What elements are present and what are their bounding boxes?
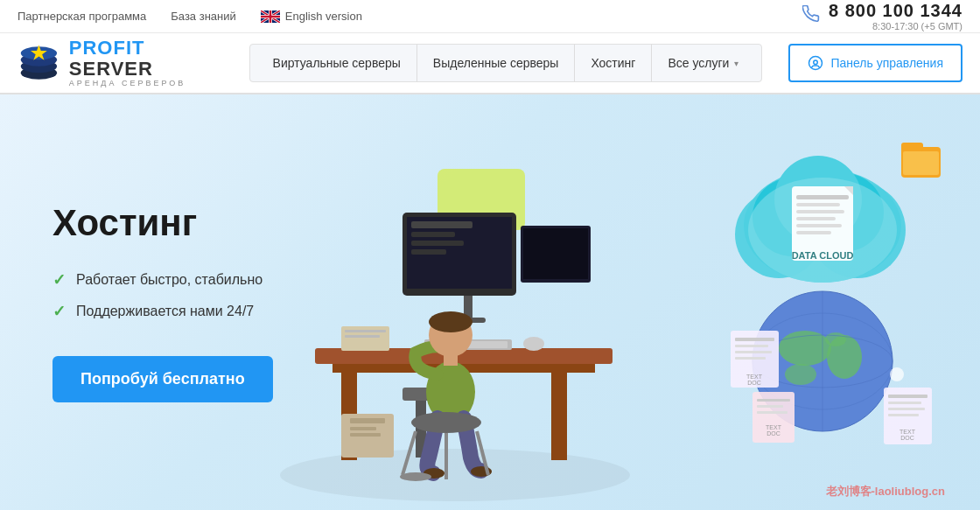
partner-link[interactable]: Партнерская программа (18, 10, 146, 23)
top-bar: Партнерская программа База знаний Englis… (0, 0, 980, 33)
hero-cta-button[interactable]: Попробуй бесплатно (52, 356, 273, 402)
hero-content: Хостинг ✓ Работает быстро, стабильно ✓ П… (52, 202, 332, 402)
svg-rect-85 (888, 402, 921, 404)
logo-icon (18, 40, 60, 86)
svg-rect-15 (411, 232, 455, 237)
svg-rect-60 (796, 203, 840, 206)
hero-feature-1-text: Работает быстро, стабильно (76, 272, 262, 288)
header: PROFIT SERVER АРЕНДА СЕРВЕРОВ Виртуальны… (0, 33, 980, 94)
svg-rect-16 (411, 241, 464, 246)
svg-rect-79 (735, 351, 772, 353)
svg-rect-87 (888, 414, 919, 416)
svg-rect-91 (757, 399, 790, 402)
svg-rect-80 (735, 357, 766, 360)
check-icon-1: ✓ (52, 270, 66, 290)
svg-rect-23 (551, 373, 567, 460)
top-bar-left: Партнерская программа База знаний Englis… (18, 10, 362, 23)
svg-point-6 (809, 57, 822, 70)
phone-number: 8 800 100 1344 (829, 1, 962, 21)
svg-rect-17 (411, 249, 446, 255)
phone-icon (802, 5, 820, 27)
hero-section: Хостинг ✓ Работает быстро, стабильно ✓ П… (0, 94, 980, 510)
svg-rect-49 (903, 151, 939, 175)
english-version-label: English version (285, 10, 362, 23)
svg-point-72 (825, 332, 846, 346)
hero-features: ✓ Работает быстро, стабильно ✓ Поддержив… (52, 270, 332, 321)
svg-text:TEXT: TEXT (746, 374, 763, 380)
panel-button[interactable]: Панель управления (788, 44, 962, 82)
svg-rect-93 (757, 411, 788, 414)
svg-rect-84 (888, 395, 928, 398)
svg-point-96 (890, 367, 904, 381)
uk-flag-icon (261, 10, 280, 23)
svg-rect-14 (411, 221, 472, 228)
logo-profit: PROFIT (69, 37, 145, 59)
phone-hours: 8:30-17:30 (+5 GMT) (829, 21, 962, 31)
svg-point-38 (411, 412, 481, 433)
svg-text:DATA CLOUD: DATA CLOUD (792, 250, 854, 261)
svg-rect-29 (345, 335, 380, 338)
svg-rect-48 (901, 143, 923, 151)
top-bar-right: 8 800 100 1344 8:30-17:30 (+5 GMT) (802, 1, 962, 31)
nav-dedicated-servers[interactable]: Выделенные серверы (417, 45, 576, 81)
english-version-link[interactable]: English version (261, 10, 362, 23)
user-circle-icon (808, 55, 823, 71)
svg-rect-28 (345, 330, 386, 332)
svg-point-71 (785, 364, 816, 385)
svg-point-42 (400, 472, 431, 481)
nav-virtual-servers[interactable]: Виртуальные серверы (257, 45, 417, 81)
svg-rect-45 (350, 427, 376, 430)
hero-feature-2: ✓ Поддерживается нами 24/7 (52, 302, 332, 321)
logo[interactable]: PROFIT SERVER АРЕНДА СЕРВЕРОВ (18, 38, 223, 88)
svg-text:DOC: DOC (766, 430, 780, 437)
svg-rect-92 (757, 405, 783, 408)
main-nav: Виртуальные серверы Выделенные серверы Х… (249, 44, 763, 82)
nav-hosting[interactable]: Хостинг (575, 45, 652, 81)
svg-rect-19 (523, 228, 588, 279)
nav-all-services[interactable]: Все услуги ▾ (652, 45, 754, 81)
svg-text:DOC: DOC (747, 380, 761, 386)
hero-feature-2-text: Поддерживается нами 24/7 (76, 304, 254, 319)
phone-info: 8 800 100 1344 8:30-17:30 (+5 GMT) (829, 1, 962, 31)
svg-rect-44 (350, 418, 385, 423)
nav-all-services-label: Все услуги (668, 56, 729, 70)
svg-rect-46 (350, 433, 381, 437)
svg-text:TEXT: TEXT (766, 424, 782, 430)
svg-point-26 (523, 337, 544, 351)
watermark: 老刘博客-laoliublog.cn (826, 484, 946, 500)
svg-rect-59 (796, 195, 849, 199)
hero-title: Хостинг (52, 202, 332, 244)
svg-point-34 (429, 311, 472, 332)
svg-text:DOC: DOC (900, 435, 914, 441)
logo-text: PROFIT SERVER АРЕНДА СЕРВЕРОВ (69, 38, 223, 88)
chevron-down-icon: ▾ (734, 59, 738, 68)
svg-rect-61 (796, 210, 844, 213)
panel-button-label: Панель управления (830, 56, 943, 70)
check-icon-2: ✓ (52, 302, 66, 321)
logo-server: SERVER (69, 58, 153, 80)
svg-rect-63 (796, 224, 842, 227)
svg-rect-35 (444, 355, 458, 366)
svg-rect-64 (796, 231, 831, 234)
svg-rect-78 (735, 345, 768, 347)
svg-text:TEXT: TEXT (900, 429, 916, 435)
svg-rect-62 (796, 217, 836, 220)
hero-feature-1: ✓ Работает быстро, стабильно (52, 270, 332, 290)
logo-sub: АРЕНДА СЕРВЕРОВ (69, 80, 223, 88)
cloud-illustration: DATA CLOUD TEXT DOC (709, 129, 954, 462)
svg-rect-77 (735, 338, 774, 341)
svg-rect-86 (888, 408, 925, 410)
svg-point-7 (280, 449, 630, 501)
knowledge-base-link[interactable]: База знаний (171, 10, 236, 23)
